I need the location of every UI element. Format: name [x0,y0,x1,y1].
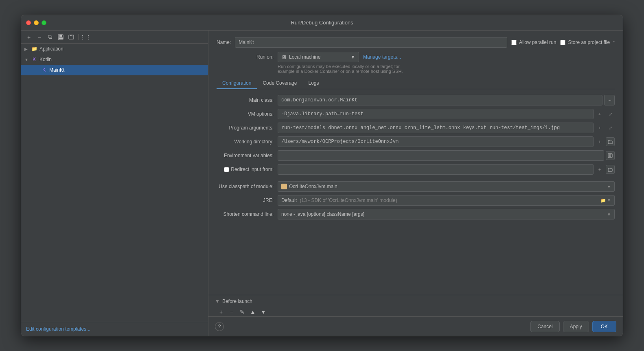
apply-button[interactable]: Apply [563,321,589,332]
vm-options-input-wrap: -Djava.library.path=run-test + ⤢ [278,109,615,119]
copy-config-button[interactable]: ⧉ [46,33,55,42]
redirect-browse-button[interactable] [606,165,615,174]
ok-button[interactable]: OK [592,321,616,332]
window-title: Run/Debug Configurations [291,20,353,26]
main-content: + − ⧉ ⋮⋮ [21,31,623,336]
sidebar-toolbar: + − ⧉ ⋮⋮ [21,31,208,44]
close-button[interactable] [26,20,31,25]
chevron-down-icon: ▼ [24,57,31,62]
env-vars-edit-button[interactable] [606,151,615,160]
env-vars-input-wrap [278,150,615,161]
before-launch-edit-button[interactable]: ✎ [238,307,247,316]
svg-rect-2 [59,37,63,39]
svg-rect-1 [59,35,62,37]
working-dir-row: Working directory: /Users/mywork/OCRProj… [217,136,615,147]
jre-value: Default (13 - SDK of 'OcrLiteOnnxJvm.mai… [281,197,397,203]
store-asterisk: * [613,40,615,45]
name-label: Name: [217,39,231,45]
env-vars-row: Environment variables: [217,150,615,161]
move-config-button[interactable] [67,33,76,42]
before-launch-header: ▼ Before launch [215,298,616,304]
tab-logs[interactable]: Logs [302,78,324,89]
env-vars-input[interactable] [278,150,604,161]
remove-config-button[interactable]: − [35,33,44,42]
hint-line2: example in a Docker Container or on a re… [278,69,615,74]
title-bar: Run/Debug Configurations [21,15,623,31]
name-input[interactable]: MainKt [235,37,507,48]
working-dir-label: Working directory: [217,139,278,145]
allow-parallel-row: Allow parallel run [511,39,556,45]
mainkt-label: MainKt [49,67,64,73]
redirect-add-button[interactable]: + [595,165,604,174]
edit-templates-link[interactable]: Edit configuration templates... [26,326,90,332]
before-launch-up-button[interactable]: ▲ [248,307,257,316]
kotlin-icon: K [31,56,37,63]
vm-options-input[interactable]: -Djava.library.path=run-test [278,109,594,119]
shorten-value: none - java [options] className [args] [281,211,364,217]
working-dir-input[interactable]: /Users/mywork/OCRProjects/OcrLiteOnnxJvm [278,136,594,147]
manage-targets-link[interactable]: Manage targets... [363,54,401,60]
run-on-dropdown[interactable]: 🖥 Local machine ▼ [278,52,359,62]
before-launch-add-button[interactable]: + [217,307,226,316]
sidebar-item-mainkt[interactable]: K MainKt [21,65,208,75]
main-class-browse-button[interactable]: ··· [604,95,615,105]
tabs-bar: Configuration Code Coverage Logs [217,78,615,89]
run-debug-window: Run/Debug Configurations + − ⧉ [21,15,623,336]
run-on-value: Local machine [289,54,320,60]
svg-rect-3 [69,35,74,39]
working-dir-add-button[interactable]: + [595,137,604,146]
store-project-checkbox[interactable] [560,40,565,45]
application-label: Application [39,46,64,52]
bottom-right: Cancel Apply OK [530,321,616,332]
shorten-arrow-icon: ▼ [607,212,611,217]
main-class-label: Main class: [217,97,278,103]
program-args-input[interactable]: run-test/models dbnet.onnx angle_net.onn… [278,123,594,133]
jre-dropdown[interactable]: Default (13 - SDK of 'OcrLiteOnnxJvm.mai… [278,195,615,206]
tab-code-coverage[interactable]: Code Coverage [257,78,302,89]
redirect-input[interactable] [278,164,594,175]
classpath-dropdown[interactable]: OcrLiteOnnxJvm.main ▼ [278,181,615,192]
module-icon [281,184,287,189]
jre-input-wrap: Default (13 - SDK of 'OcrLiteOnnxJvm.mai… [278,195,615,206]
sort-config-button[interactable]: ⋮⋮ [81,33,90,42]
sidebar-bottom: Edit configuration templates... [21,322,208,336]
save-config-button[interactable] [56,33,65,42]
redirect-label: Redirect input from: [231,167,274,172]
program-args-expand-button[interactable]: ⤢ [606,123,615,132]
program-args-input-wrap: run-test/models dbnet.onnx angle_net.onn… [278,123,615,133]
add-config-button[interactable]: + [24,33,33,42]
before-launch-down-button[interactable]: ▼ [259,307,268,316]
before-launch-chevron-icon[interactable]: ▼ [215,298,220,304]
redirect-checkbox[interactable] [224,167,229,172]
working-dir-browse-button[interactable] [606,137,615,146]
before-launch-remove-button[interactable]: − [227,307,236,316]
program-args-add-button[interactable]: + [595,123,604,132]
redirect-label-area: Redirect input from: [217,167,278,172]
redirect-row: Redirect input from: + [217,164,615,175]
hint-line1: Run configurations may be executed local… [278,64,615,69]
tab-configuration[interactable]: Configuration [217,78,257,89]
env-vars-label: Environment variables: [217,153,278,158]
dropdown-arrow-icon: ▼ [350,54,355,60]
sidebar-item-application[interactable]: ▶ 📁 Application [21,44,208,54]
run-on-label: Run on: [217,54,278,60]
chevron-right-icon: ▶ [24,47,31,51]
bottom-bar: ? Cancel Apply OK [208,316,623,336]
main-class-input[interactable]: com.benjaminwan.ocr.MainKt [278,95,602,105]
program-args-label: Program arguments: [217,125,278,131]
cancel-button[interactable]: Cancel [530,321,559,332]
vm-options-expand-button[interactable]: ⤢ [606,110,615,118]
jre-arrow-icon: ▼ [607,198,611,203]
help-button[interactable]: ? [215,322,224,331]
vm-options-add-button[interactable]: + [595,110,604,118]
allow-parallel-checkbox[interactable] [511,40,517,45]
shorten-dropdown[interactable]: none - java [options] className [args] ▼ [278,209,615,219]
classpath-arrow-icon: ▼ [607,184,611,189]
shorten-input-wrap: none - java [options] className [args] ▼ [278,209,615,219]
sidebar-item-kotlin[interactable]: ▼ K Kotlin [21,54,208,65]
minimize-button[interactable] [34,20,39,25]
jre-folder-btn[interactable]: 📁 [600,198,606,203]
before-launch-toolbar: + − ✎ ▲ ▼ [215,307,616,316]
main-class-row: Main class: com.benjaminwan.ocr.MainKt ·… [217,95,615,105]
maximize-button[interactable] [42,20,46,25]
